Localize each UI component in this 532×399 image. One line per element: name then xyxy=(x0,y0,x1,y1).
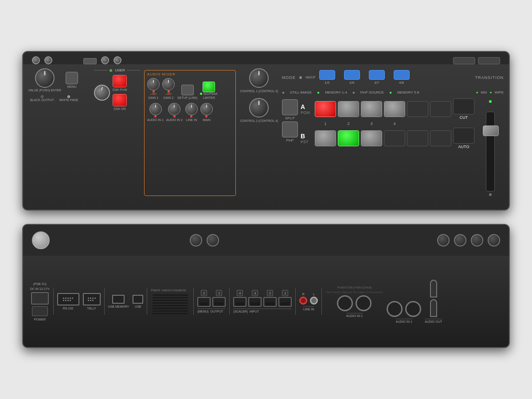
l-label: L xyxy=(313,293,315,296)
cut-label: CUT xyxy=(460,115,468,120)
pst-btn-3[interactable] xyxy=(361,130,382,146)
audio-ports-right: AUDIO IN 1 AUDIO OUT xyxy=(387,280,442,323)
channel-2-6-button[interactable] xyxy=(344,70,360,80)
audio-mixer-title: AUDIO MIXER xyxy=(147,72,233,76)
audio-mixer-section: AUDIO MIXER +48V GAIN 1 +48V GAIN 2 SETU… xyxy=(144,70,236,196)
user-label-text: USER xyxy=(115,68,125,72)
gain2-knob[interactable] xyxy=(162,78,175,90)
white-fade-led xyxy=(67,95,70,98)
input-port-num-2: 2 xyxy=(267,290,273,296)
patent-label: Patent: roland.cm/patents xyxy=(151,289,190,292)
pgm-btn-1[interactable] xyxy=(315,101,336,117)
control2-knob[interactable] xyxy=(249,98,269,117)
sig-peak-led xyxy=(200,93,202,95)
main-group: MAIN xyxy=(200,103,213,121)
pst-btn-1[interactable] xyxy=(315,130,336,146)
vent-2 xyxy=(153,297,188,298)
pst-btn-2[interactable] xyxy=(338,130,359,146)
menu-label: (MENU) xyxy=(197,310,208,313)
mixer-top-row: +48V GAIN 1 +48V GAIN 2 SETUP (LINK) xyxy=(147,78,233,99)
xlr-ports-2 xyxy=(337,295,372,311)
dsk-on-button[interactable] xyxy=(113,94,127,106)
channel-1-5-label: 1/5 xyxy=(325,81,329,85)
pgm-btn-3[interactable] xyxy=(361,101,382,117)
power-label: POWER xyxy=(34,318,46,321)
dsk-knob[interactable] xyxy=(94,85,110,101)
audio-in2-label: AUDIO IN 2 xyxy=(166,118,183,121)
main-knob[interactable] xyxy=(200,103,213,115)
sig-peak-label: SIG/PEAK xyxy=(203,92,218,95)
dc-port xyxy=(31,292,49,305)
setup-label: SETUP (LINK) xyxy=(177,96,197,99)
vent-3 xyxy=(153,300,188,301)
pgm-btn-6[interactable] xyxy=(430,101,451,117)
trs-out-ports xyxy=(430,280,437,317)
hdmi-output-2 xyxy=(197,297,211,307)
channel-4-8-label: 4/8 xyxy=(399,81,404,85)
split-button[interactable] xyxy=(282,99,298,115)
xlr-in1-group: AUDIO IN 1 xyxy=(387,301,421,323)
black-output-led xyxy=(41,95,43,98)
menu-button[interactable] xyxy=(66,72,78,84)
control-dials-section: CONTROL 1 (CONTROL 3) CONTROL 2 (CONTROL… xyxy=(239,68,278,196)
hdmi-output-1 xyxy=(212,297,226,307)
channel-4-8-button[interactable] xyxy=(394,70,410,80)
audio-in1-knob[interactable] xyxy=(149,103,162,115)
ch-num-1: 1 xyxy=(315,121,336,126)
hdmi-output-section: 2 1 (MENU) OUTPUT xyxy=(197,290,226,313)
line-in-knob[interactable] xyxy=(185,103,198,115)
fader-track[interactable] xyxy=(486,112,495,192)
value-knob[interactable] xyxy=(35,68,55,88)
ch-num-3: 3 xyxy=(361,121,382,126)
pgm-btn-4[interactable] xyxy=(384,101,405,117)
channel-1-5-button[interactable] xyxy=(319,70,335,80)
split-section: SPLIT PinP xyxy=(282,98,298,143)
setup-button[interactable] xyxy=(181,85,194,95)
divider-3 xyxy=(147,288,147,315)
audio-in2-back-section: PHANTOM [+48V/14mA] *See Owner's Manual/… xyxy=(325,286,383,317)
top-controls: VALUE (PUSH) ENTER MENU xyxy=(28,68,90,92)
pgm-btn-2[interactable] xyxy=(338,101,359,117)
hdmi-input-ports: 4 3 2 1 xyxy=(233,290,292,307)
dsk-controls: DSK PVW DSK ON xyxy=(94,75,141,110)
cut-button[interactable] xyxy=(453,98,474,114)
pst-btn-6[interactable] xyxy=(430,130,451,146)
fader-led xyxy=(489,100,492,103)
top-connectors xyxy=(23,52,509,64)
limiter-label: LIMITER xyxy=(203,96,215,99)
pinp-button[interactable] xyxy=(282,121,298,137)
xlr-in1-l xyxy=(387,301,403,317)
pst-btn-4[interactable] xyxy=(384,130,405,146)
back-small-knob-2 xyxy=(207,234,219,246)
gain2-label: GAIN 2 xyxy=(164,96,174,99)
limiter-button[interactable] xyxy=(203,82,215,92)
hdcp-dot xyxy=(299,76,302,79)
power-switch[interactable] xyxy=(32,306,48,316)
hdmi-input-section: 4 3 2 1 (SCALER) INPUT xyxy=(233,290,292,313)
xlr-ports-1 xyxy=(387,301,421,317)
hdcp-label: HDCP xyxy=(305,75,316,79)
wipe-label: WIPE xyxy=(495,90,504,94)
pst-btn-5[interactable] xyxy=(407,130,428,146)
white-fade-label: WHITE FADE xyxy=(59,98,78,102)
dsk-buttons: DSK PVW DSK ON xyxy=(113,75,127,110)
split-label: SPLIT xyxy=(285,116,295,120)
dc-label: DC IN 12-17V xyxy=(30,287,50,290)
pgm-btn-5[interactable] xyxy=(407,101,428,117)
control1-knob[interactable] xyxy=(249,68,269,88)
channel-3-7-button[interactable] xyxy=(369,70,385,80)
pinp-source-label: PinP SOURCE xyxy=(360,90,384,94)
vent-7 xyxy=(153,310,188,312)
pgm-row-a: A PGM CUT xyxy=(301,98,474,120)
gain1-knob[interactable] xyxy=(147,78,160,90)
rs232-port xyxy=(57,293,79,305)
auto-button[interactable] xyxy=(453,128,474,144)
audio-in1-label: AUDIO IN 1 xyxy=(147,118,164,121)
dsk-pvw-button[interactable] xyxy=(113,75,127,87)
control1-dial: CONTROL 1 (CONTROL 3) xyxy=(239,68,278,93)
input-port-num-1: 1 xyxy=(282,290,288,296)
fader-handle[interactable] xyxy=(483,125,499,136)
audio-in2-knob[interactable] xyxy=(168,103,180,115)
divider-5 xyxy=(229,288,230,315)
back-small-knob-3 xyxy=(437,234,450,246)
